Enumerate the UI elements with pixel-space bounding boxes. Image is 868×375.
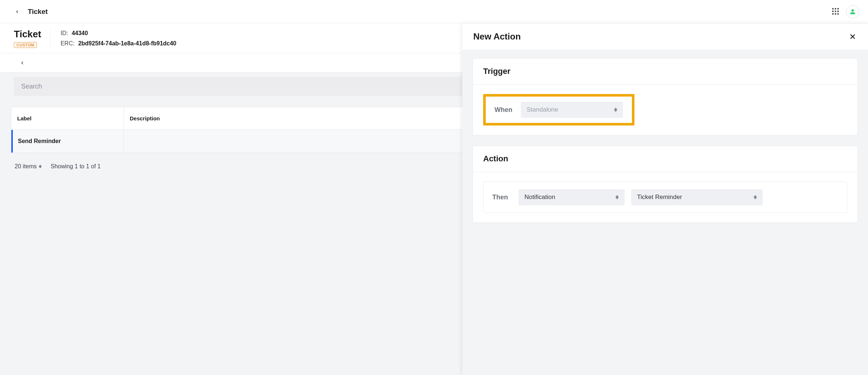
- when-field-row: When Standalone: [486, 97, 632, 123]
- topbar-left: Ticket: [14, 8, 48, 16]
- svg-marker-9: [754, 197, 757, 199]
- trigger-card: Trigger When Standalone: [473, 58, 858, 135]
- back-icon[interactable]: [14, 8, 20, 15]
- svg-marker-7: [615, 197, 619, 199]
- select-caret-icon: [615, 195, 619, 199]
- td-label: Send Reminder: [13, 130, 124, 153]
- svg-marker-1: [39, 166, 42, 168]
- th-label[interactable]: Label: [11, 107, 124, 130]
- svg-marker-6: [615, 195, 619, 197]
- then-type-select[interactable]: Notification: [519, 189, 625, 205]
- close-icon[interactable]: [848, 32, 857, 41]
- then-field-row: Then Notification Ticket Reminder: [483, 181, 847, 213]
- page-size-select[interactable]: 20 items: [15, 163, 42, 170]
- when-select-value: Standalone: [527, 106, 558, 113]
- panel-head: New Action: [462, 23, 868, 50]
- action-section-title: Action: [473, 146, 857, 172]
- action-card: Action Then Notification Ticket Reminder: [473, 146, 858, 223]
- page-title: Ticket: [28, 8, 48, 16]
- action-content: Then Notification Ticket Reminder: [473, 172, 857, 222]
- page-size-label: 20 items: [15, 163, 37, 170]
- panel-title: New Action: [473, 31, 521, 42]
- panel-body: Trigger When Standalone: [462, 50, 868, 231]
- sort-caret-icon: [39, 165, 42, 168]
- table-footer: 20 items Showing 1 to 1 of 1: [15, 163, 101, 170]
- object-title: Ticket: [14, 29, 41, 40]
- meta-id-value: 44340: [72, 30, 88, 37]
- then-target-value: Ticket Reminder: [637, 194, 682, 201]
- svg-marker-5: [614, 110, 617, 112]
- select-caret-icon: [754, 195, 757, 199]
- custom-badge: CUSTOM: [14, 42, 37, 48]
- then-type-value: Notification: [524, 194, 555, 201]
- then-label: Then: [492, 194, 512, 201]
- topbar-right: [832, 5, 859, 18]
- avatar[interactable]: [846, 5, 859, 18]
- showing-text: Showing 1 to 1 of 1: [50, 163, 101, 170]
- meta-id-label: ID:: [61, 30, 68, 37]
- trigger-section-title: Trigger: [473, 59, 857, 85]
- meta-erc-label: ERC:: [61, 40, 75, 47]
- when-select[interactable]: Standalone: [521, 102, 623, 118]
- select-caret-icon: [614, 108, 617, 112]
- apps-grid-icon[interactable]: [832, 8, 839, 15]
- then-target-select[interactable]: Ticket Reminder: [631, 189, 763, 205]
- topbar: Ticket: [0, 0, 868, 23]
- object-header-left: Ticket CUSTOM: [14, 29, 50, 48]
- meta-erc-value: 2bd925f4-74ab-1e8a-41d8-fb91dc40: [78, 40, 177, 47]
- when-label: When: [494, 106, 514, 114]
- meta-erc-row: ERC: 2bd925f4-74ab-1e8a-41d8-fb91dc40: [61, 40, 177, 47]
- meta-id-row: ID: 44340: [61, 30, 177, 37]
- trigger-content: When Standalone: [473, 85, 857, 135]
- when-highlight: When Standalone: [483, 94, 634, 125]
- svg-marker-4: [614, 108, 617, 110]
- object-meta: ID: 44340 ERC: 2bd925f4-74ab-1e8a-41d8-f…: [61, 30, 177, 47]
- sub-back-icon[interactable]: [19, 60, 26, 66]
- svg-marker-8: [754, 195, 757, 197]
- new-action-panel: New Action Trigger When Standalone: [462, 23, 868, 375]
